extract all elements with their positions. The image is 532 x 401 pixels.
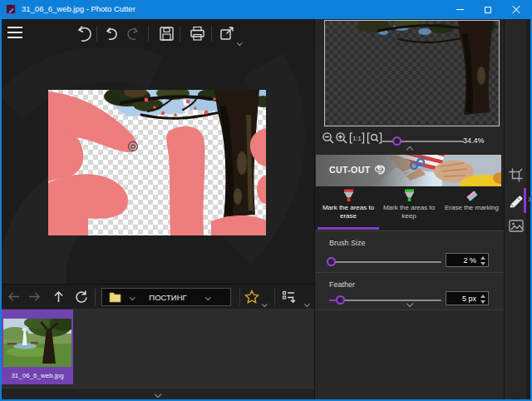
green-marker-icon	[402, 189, 416, 202]
brush-size-label: Brush Size	[329, 239, 366, 247]
arrow-up-icon	[52, 290, 66, 304]
panel-expander[interactable]	[526, 19, 530, 399]
up-folder-button[interactable]	[52, 290, 66, 304]
arrow-right-icon	[27, 290, 42, 304]
fit-to-window-icon	[367, 131, 382, 145]
preview-collapse-button[interactable]	[315, 147, 505, 155]
print-button[interactable]	[187, 23, 207, 43]
undo-arc-icon	[74, 23, 94, 43]
redo-button[interactable]	[123, 23, 143, 43]
forward-button[interactable]	[27, 290, 42, 304]
tool-tabs: Mark the areas to erase Mark the areas t…	[315, 186, 505, 230]
chevron-down-icon	[130, 295, 135, 300]
crop-tool-button[interactable]	[508, 167, 524, 183]
more-options-button[interactable]	[315, 301, 505, 309]
chevron-down-icon	[304, 301, 309, 306]
folder-selector[interactable]: ПОСТИНГ	[101, 288, 231, 306]
minimize-icon	[456, 9, 464, 10]
zoom-in-button[interactable]	[335, 131, 348, 145]
eraser-icon	[465, 189, 479, 202]
undo-history-button[interactable]	[74, 23, 94, 43]
red-marker-icon	[342, 189, 356, 202]
cutout-preview-image	[325, 21, 499, 126]
spinner-down-icon	[480, 262, 485, 265]
chevron-down-icon	[262, 301, 267, 306]
tab-mark-erase[interactable]: Mark the areas to erase	[318, 186, 379, 230]
chevron-down-icon	[237, 40, 242, 45]
chevron-up-icon	[406, 146, 413, 153]
tab-mark-keep[interactable]: Mark the areas to keep	[379, 186, 439, 230]
cutout-tool-button[interactable]	[508, 193, 525, 210]
undo-button[interactable]	[101, 23, 121, 43]
zoom-value: 34.4%	[463, 136, 500, 145]
brush-size-value: 2 %	[463, 256, 476, 265]
editor-canvas[interactable]	[2, 48, 314, 284]
chevron-right-icon	[526, 197, 530, 201]
refresh-button[interactable]	[74, 290, 89, 304]
tab-label: Erase the marking	[442, 204, 501, 212]
view-options-button[interactable]	[282, 290, 297, 304]
minimize-button[interactable]	[446, 0, 474, 19]
zoom-in-icon	[335, 131, 348, 145]
tab-label: Mark the areas to erase	[318, 204, 379, 220]
brush-cursor	[129, 142, 138, 151]
park-photo-thumbnail	[3, 319, 71, 367]
brush-size-spinner[interactable]	[479, 255, 486, 266]
close-button[interactable]	[502, 0, 530, 19]
zoom-slider-knob[interactable]	[392, 136, 401, 146]
save-button[interactable]	[156, 23, 176, 43]
side-toolbar	[504, 19, 526, 399]
share-dropdown-caret[interactable]	[238, 32, 242, 47]
chevron-down-icon	[155, 390, 161, 397]
brush-size-value-box[interactable]: 2 %	[446, 253, 489, 267]
refresh-icon	[74, 290, 89, 304]
brush-size-slider-knob[interactable]	[327, 257, 336, 266]
zoom-100-button[interactable]: 1:1	[349, 131, 365, 145]
zoom-fit-button[interactable]	[367, 131, 382, 145]
close-icon	[512, 6, 520, 14]
result-preview	[324, 20, 500, 126]
tab-label: Mark the areas to keep	[379, 204, 439, 220]
reset-undo-icon[interactable]	[374, 164, 386, 175]
feather-label: Feather	[329, 280, 355, 289]
list-view-icon	[282, 290, 297, 304]
spinner-up-icon	[480, 256, 485, 260]
redo-icon	[124, 24, 142, 42]
app-icon	[6, 4, 16, 14]
share-icon	[219, 25, 236, 42]
share-button[interactable]	[217, 23, 237, 43]
menu-button[interactable]	[7, 27, 22, 38]
app-window: 31_06_6_web.jpg - Photo Cutter	[0, 0, 532, 401]
favorites-button[interactable]	[244, 290, 259, 304]
edited-image[interactable]	[48, 90, 266, 235]
zoom-out-button[interactable]	[322, 131, 335, 145]
filmstrip-collapse-bar[interactable]	[2, 388, 314, 399]
arrow-left-icon	[7, 290, 21, 304]
thumbnail-selected[interactable]: 31_06_6_web.jpg	[2, 309, 73, 384]
brush-size-section: Brush Size 2 %	[315, 230, 505, 272]
svg-text:1:1: 1:1	[352, 135, 361, 142]
brush-size-slider-track[interactable]	[329, 261, 441, 263]
effects-tool-button[interactable]	[509, 220, 524, 232]
print-icon	[189, 25, 206, 42]
view-options-dropdown[interactable]	[305, 294, 309, 309]
maximize-button[interactable]	[474, 0, 502, 19]
folder-icon	[109, 291, 121, 303]
filmstrip: 31_06_6_web.jpg	[2, 309, 314, 388]
marker-pen-icon	[508, 193, 525, 210]
browse-toolbar: ПОСТИНГ	[2, 284, 314, 309]
undo-icon	[102, 24, 121, 42]
spinner-up-icon	[480, 295, 485, 298]
image-with-markup	[48, 90, 266, 235]
title-bar: 31_06_6_web.jpg - Photo Cutter	[2, 0, 530, 19]
thumbnail-filename: 31_06_6_web.jpg	[2, 372, 73, 379]
favorites-dropdown[interactable]	[263, 294, 267, 309]
image-icon	[509, 220, 524, 232]
active-tab-underline	[318, 227, 379, 230]
back-button[interactable]	[7, 290, 21, 304]
star-icon	[244, 290, 259, 304]
tab-erase-marking[interactable]: Erase the marking	[439, 186, 505, 230]
preview-area: 1:1 34.4%	[315, 19, 505, 155]
app-frame: 31_06_6_web.jpg - Photo Cutter	[2, 0, 530, 399]
chevron-down-icon	[205, 295, 210, 300]
